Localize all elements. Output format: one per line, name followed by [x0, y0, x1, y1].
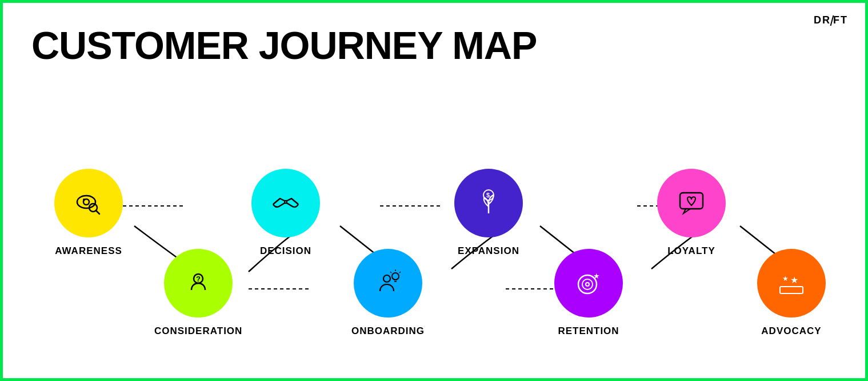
circle-awareness — [54, 169, 123, 237]
plant-dollar-icon: $ — [471, 186, 506, 220]
stage-expansion-label: EXPANSION — [458, 245, 519, 257]
circle-loyalty — [657, 169, 726, 237]
circle-retention: ★ — [554, 249, 623, 318]
person-question-icon: ? — [181, 266, 215, 300]
svg-text:?: ? — [196, 275, 201, 283]
svg-point-13 — [77, 196, 95, 208]
stage-consideration: ? CONSIDERATION — [154, 249, 242, 337]
svg-point-22 — [383, 275, 390, 282]
stage-onboarding-label: ONBOARDING — [351, 326, 425, 337]
stage-loyalty: LOYALTY — [657, 169, 726, 257]
svg-text:★: ★ — [782, 275, 789, 283]
svg-point-33 — [586, 283, 589, 286]
svg-text:$: $ — [486, 192, 490, 199]
target-star-icon: ★ — [571, 266, 606, 300]
circle-advocacy: ★ ★ — [757, 249, 826, 318]
circle-consideration: ? — [164, 249, 233, 318]
stage-onboarding: ONBOARDING — [351, 249, 425, 337]
svg-text:★: ★ — [790, 275, 798, 285]
page-container: DRFT CUSTOMER JOURNEY MAP — [0, 0, 868, 381]
stage-awareness-label: AWARENESS — [55, 245, 122, 257]
stage-consideration-label: CONSIDERATION — [154, 326, 242, 337]
page-title: CUSTOMER JOURNEY MAP — [31, 26, 537, 65]
stage-retention-label: RETENTION — [558, 326, 619, 337]
svg-line-27 — [399, 272, 401, 273]
svg-point-32 — [582, 279, 593, 289]
circle-decision — [251, 169, 320, 237]
heart-speech-icon — [674, 186, 709, 220]
stage-decision-label: DECISION — [260, 245, 311, 257]
stage-expansion: $ EXPANSION — [454, 169, 523, 257]
handshake-icon — [269, 186, 303, 220]
arrows-svg — [3, 94, 868, 381]
stage-decision: DECISION — [251, 169, 320, 257]
svg-point-23 — [392, 273, 399, 280]
circle-expansion: $ — [454, 169, 523, 237]
stage-advocacy: ★ ★ ADVOCACY — [757, 249, 826, 337]
stage-retention: ★ RETENTION — [554, 249, 623, 337]
svg-point-15 — [83, 199, 85, 201]
circle-onboarding — [354, 249, 422, 318]
stage-awareness: AWARENESS — [54, 169, 123, 257]
star-award-icon: ★ ★ — [774, 266, 809, 300]
person-lightbulb-icon — [371, 266, 405, 300]
svg-rect-36 — [780, 287, 803, 293]
svg-rect-35 — [680, 193, 703, 209]
svg-line-17 — [96, 211, 99, 214]
brand-logo: DRFT — [814, 14, 848, 26]
stage-advocacy-label: ADVOCACY — [761, 326, 821, 337]
eye-search-icon — [71, 186, 106, 220]
svg-text:★: ★ — [593, 272, 600, 280]
svg-line-28 — [390, 272, 391, 273]
stage-loyalty-label: LOYALTY — [667, 245, 715, 257]
